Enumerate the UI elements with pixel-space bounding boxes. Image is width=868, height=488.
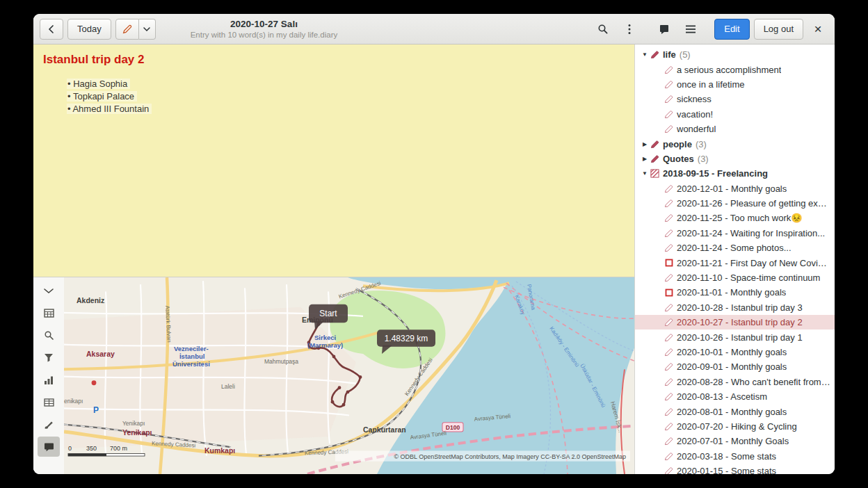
today-button[interactable]: Today bbox=[67, 19, 111, 40]
row-label: life bbox=[663, 49, 676, 60]
calendar-icon bbox=[44, 309, 54, 318]
filter-tab-button[interactable] bbox=[38, 348, 60, 368]
tree-row[interactable]: sickness bbox=[635, 92, 835, 106]
logout-button[interactable]: Log out bbox=[754, 19, 803, 40]
tree-row[interactable]: 2020-11-25 - Too much work😣 bbox=[635, 211, 835, 225]
row-label: 2020-11-24 - Waiting for Inspiration... bbox=[677, 228, 825, 238]
d100-label: D100 bbox=[446, 424, 460, 431]
tree-row[interactable]: ▼ life (5) bbox=[635, 47, 835, 62]
search-button[interactable] bbox=[592, 19, 614, 40]
tree-row[interactable]: 2020-07-01 - Monthly Goals bbox=[635, 434, 835, 448]
entry-icon bbox=[664, 422, 674, 431]
entry-editor[interactable]: Istanbul trip day 2 • Hagia Sophia • Top… bbox=[33, 44, 634, 277]
tree-row[interactable]: wonderful bbox=[635, 122, 835, 136]
tree-row[interactable]: 2020-10-01 - Monthly goals bbox=[635, 345, 835, 359]
row-count: (3) bbox=[698, 154, 709, 164]
entry-heading: Istanbul trip day 2 bbox=[43, 53, 625, 67]
theme-tab-button[interactable] bbox=[38, 414, 60, 434]
tree-row[interactable]: vacation! bbox=[635, 107, 835, 122]
entry-icon bbox=[664, 437, 674, 446]
entry-icon bbox=[664, 273, 674, 282]
close-button[interactable]: × bbox=[807, 19, 828, 40]
edit-mode-button[interactable]: Edit bbox=[714, 19, 749, 40]
panel-collapse-button[interactable] bbox=[38, 281, 60, 301]
tree-row[interactable]: 2020-08-01 - Monthly goals bbox=[635, 404, 835, 418]
expander-icon[interactable]: ▼ bbox=[640, 170, 650, 177]
location-tab-button[interactable] bbox=[38, 437, 60, 457]
table-icon bbox=[44, 398, 54, 407]
entry-icon bbox=[664, 392, 674, 401]
tree-row[interactable]: ▼ 2018-09-15 - Freelancing bbox=[635, 166, 835, 181]
tag-outline-icon bbox=[664, 65, 674, 74]
tag-icon bbox=[650, 154, 660, 163]
tree-row[interactable]: 2020-09-01 - Monthly goals bbox=[635, 359, 835, 374]
main-menu-button[interactable] bbox=[680, 19, 702, 40]
list-item: • Ahmed III Fountain bbox=[67, 103, 625, 115]
entry-icon bbox=[664, 377, 674, 387]
scale-max: 700 m bbox=[110, 445, 127, 452]
map-label: Vezneciler- bbox=[174, 345, 209, 352]
entry-todo-icon bbox=[664, 288, 674, 297]
back-button[interactable] bbox=[40, 19, 63, 40]
map-label: Sirkeci bbox=[314, 334, 336, 341]
expander-icon[interactable]: ▼ bbox=[640, 51, 650, 58]
tree-row[interactable]: ▶ people (3) bbox=[635, 136, 835, 151]
more-options-button[interactable] bbox=[618, 19, 641, 40]
tags-button[interactable] bbox=[653, 19, 675, 40]
comment-bubble-icon bbox=[44, 442, 54, 452]
tree-row[interactable]: once in a lifetime bbox=[635, 77, 835, 92]
tree-row[interactable]: 2020-10-26 - Istanbul trip day 1 bbox=[635, 330, 835, 344]
tree-row[interactable]: 2020-11-24 - Waiting for Inspiration... bbox=[635, 226, 835, 241]
expander-icon[interactable]: ▶ bbox=[640, 141, 650, 147]
search-tab-button[interactable] bbox=[38, 325, 60, 345]
tree-row[interactable]: 2020-12-01 - Monthly goals bbox=[635, 181, 835, 196]
bullet-list: • Hagia Sophia • Topkapi Palace • Ahmed … bbox=[67, 78, 625, 115]
row-label: sickness bbox=[677, 94, 712, 104]
tree-row[interactable]: 2020-08-28 - Who can't benefit from ... bbox=[635, 375, 835, 389]
table-tab-button[interactable] bbox=[38, 392, 60, 412]
entry-todo-icon bbox=[664, 259, 674, 267]
entry-icon bbox=[664, 184, 674, 193]
chevron-down-icon bbox=[143, 27, 150, 31]
row-label: 2020-07-01 - Monthly Goals bbox=[677, 436, 789, 446]
poi-marker bbox=[92, 380, 97, 385]
filter-icon bbox=[44, 353, 54, 362]
bullet-text: • Ahmed III Fountain bbox=[67, 104, 152, 114]
tree-row[interactable]: 2020-11-21 - First Day of New Covid R... bbox=[635, 255, 835, 270]
map-view[interactable]: D100 P bbox=[64, 277, 634, 474]
tree-row[interactable]: 2020-10-28 - Istanbul trip day 3 bbox=[635, 300, 835, 315]
sidebar-tree: ▼ life (5) a serious accomplishment once… bbox=[634, 44, 835, 474]
calendar-tab-button[interactable] bbox=[38, 303, 60, 323]
entry-dropdown-button[interactable] bbox=[139, 19, 156, 40]
tree-row[interactable]: ▶ Quotes (3) bbox=[635, 152, 835, 166]
row-count: (3) bbox=[696, 139, 707, 149]
entry-icon bbox=[664, 348, 674, 357]
expander-icon[interactable]: ▶ bbox=[640, 156, 650, 162]
tree-row[interactable]: 2020-11-26 - Pleasure of getting exac... bbox=[635, 196, 835, 211]
tree-row[interactable]: 2020-11-01 - Monthly goals bbox=[635, 285, 835, 300]
tree-row[interactable]: a serious accomplishment bbox=[635, 62, 835, 76]
entry-split-button bbox=[115, 19, 156, 40]
chapter-icon bbox=[650, 169, 660, 178]
edit-entry-button[interactable] bbox=[115, 19, 139, 40]
bookmark-icon bbox=[659, 24, 670, 35]
tree-row[interactable]: 2020-10-27 - Istanbul trip day 2 bbox=[635, 315, 835, 330]
entry-icon bbox=[664, 466, 674, 474]
row-label: 2020-11-24 - Some photos... bbox=[677, 243, 791, 253]
bullet-text: • Hagia Sophia bbox=[67, 79, 130, 89]
row-label: once in a lifetime bbox=[677, 79, 745, 90]
map-label: Cankurtaran bbox=[363, 425, 406, 434]
row-label: 2020-11-25 - Too much work😣 bbox=[677, 213, 803, 223]
tree-row[interactable]: 2020-11-10 - Space-time continuum bbox=[635, 270, 835, 285]
map-label: Üniversitesi bbox=[172, 360, 210, 368]
tree-row[interactable]: 2020-03-18 - Some stats bbox=[635, 449, 835, 464]
tree-row[interactable]: 2020-08-13 - Ascetism bbox=[635, 389, 835, 404]
chart-tab-button[interactable] bbox=[38, 370, 60, 390]
tree-row[interactable]: 2020-07-20 - Hiking & Cycling bbox=[635, 419, 835, 434]
kebab-menu-icon bbox=[628, 24, 631, 35]
window-subtitle: Entry with 10 word(s) in my daily life.d… bbox=[191, 30, 338, 40]
row-label: 2020-11-21 - First Day of New Covid R... bbox=[677, 258, 831, 268]
tree-row[interactable]: 2020-11-24 - Some photos... bbox=[635, 241, 835, 255]
tag-outline-icon bbox=[664, 110, 674, 119]
tree-row[interactable]: 2020-01-15 - Some stats bbox=[635, 464, 835, 474]
